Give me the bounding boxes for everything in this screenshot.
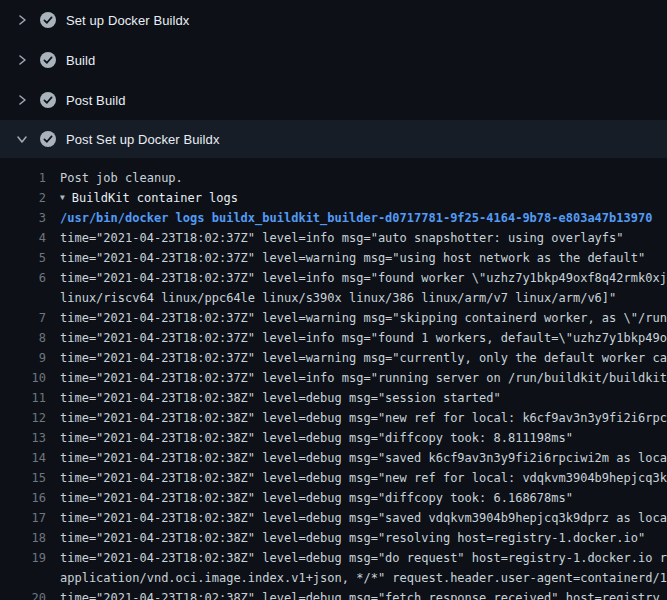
line-text: time="2021-04-23T18:02:38Z" level=debug …	[60, 408, 667, 428]
line-number[interactable]: 13	[0, 428, 46, 448]
log-line: 7 time="2021-04-23T18:02:37Z" level=warn…	[0, 308, 667, 328]
log-lines: 1 Post job cleanup. 2 ▼ BuildKit contain…	[0, 158, 667, 600]
line-number[interactable]: 20	[0, 588, 46, 600]
check-circle-icon	[40, 52, 56, 68]
line-number[interactable]: 16	[0, 488, 46, 508]
line-text: time="2021-04-23T18:02:38Z" level=debug …	[60, 528, 667, 548]
line-text: time="2021-04-23T18:02:37Z" level=warnin…	[60, 248, 667, 268]
line-text: /usr/bin/docker logs buildx_buildkit_bui…	[60, 208, 667, 228]
line-number[interactable]: 15	[0, 468, 46, 488]
log-line: 20 time="2021-04-23T18:02:38Z" level=deb…	[0, 588, 667, 600]
step-title: Post Build	[66, 93, 126, 108]
line-number[interactable]: 2	[0, 188, 46, 208]
line-text: time="2021-04-23T18:02:38Z" level=debug …	[60, 488, 667, 508]
line-text: time="2021-04-23T18:02:37Z" level=warnin…	[60, 308, 667, 328]
log-line: application/vnd.oci.image.index.v1+json,…	[0, 568, 667, 588]
step-title: Build	[66, 53, 95, 68]
log-line: 13 time="2021-04-23T18:02:38Z" level=deb…	[0, 428, 667, 448]
log-line: 1 Post job cleanup.	[0, 168, 667, 188]
line-number[interactable]	[0, 568, 46, 588]
line-number[interactable]: 6	[0, 268, 46, 288]
line-number[interactable]: 11	[0, 388, 46, 408]
line-text: time="2021-04-23T18:02:38Z" level=debug …	[60, 468, 667, 488]
line-number[interactable]: 5	[0, 248, 46, 268]
line-number[interactable]: 8	[0, 328, 46, 348]
line-text: time="2021-04-23T18:02:37Z" level=info m…	[60, 368, 667, 388]
line-text: time="2021-04-23T18:02:38Z" level=debug …	[60, 388, 667, 408]
chevron-right-icon[interactable]	[14, 52, 30, 68]
collapse-triangle-icon[interactable]: ▼	[60, 188, 65, 208]
line-number[interactable]	[0, 288, 46, 308]
step-header-build[interactable]: Build	[0, 40, 667, 80]
log-line: linux/riscv64 linux/ppc64le linux/s390x …	[0, 288, 667, 308]
check-circle-icon	[40, 131, 56, 147]
log-line: 9 time="2021-04-23T18:02:37Z" level=warn…	[0, 348, 667, 368]
line-number[interactable]: 7	[0, 308, 46, 328]
line-text: time="2021-04-23T18:02:37Z" level=info m…	[60, 268, 667, 288]
line-text: time="2021-04-23T18:02:38Z" level=debug …	[60, 448, 667, 468]
log-line: 6 time="2021-04-23T18:02:37Z" level=info…	[0, 268, 667, 288]
line-number[interactable]: 1	[0, 168, 46, 188]
log-line: 14 time="2021-04-23T18:02:38Z" level=deb…	[0, 448, 667, 468]
chevron-down-icon[interactable]	[14, 131, 30, 147]
log-line: 2 ▼ BuildKit container logs	[0, 188, 667, 208]
line-number[interactable]: 4	[0, 228, 46, 248]
chevron-right-icon[interactable]	[14, 12, 30, 28]
step-header-post-setup-docker-buildx[interactable]: Post Set up Docker Buildx	[0, 120, 667, 158]
log-line: 17 time="2021-04-23T18:02:38Z" level=deb…	[0, 508, 667, 528]
log-line: 3 /usr/bin/docker logs buildx_buildkit_b…	[0, 208, 667, 228]
line-text: time="2021-04-23T18:02:37Z" level=info m…	[60, 228, 667, 248]
line-number[interactable]: 17	[0, 508, 46, 528]
log-line: 11 time="2021-04-23T18:02:38Z" level=deb…	[0, 388, 667, 408]
log-line: 12 time="2021-04-23T18:02:38Z" level=deb…	[0, 408, 667, 428]
log-line: 16 time="2021-04-23T18:02:38Z" level=deb…	[0, 488, 667, 508]
line-text: linux/riscv64 linux/ppc64le linux/s390x …	[60, 288, 667, 308]
line-text: time="2021-04-23T18:02:38Z" level=debug …	[60, 548, 667, 568]
log-line: 19 time="2021-04-23T18:02:38Z" level=deb…	[0, 548, 667, 568]
log-line: 18 time="2021-04-23T18:02:38Z" level=deb…	[0, 528, 667, 548]
step-title: Set up Docker Buildx	[66, 13, 189, 28]
step-title: Post Set up Docker Buildx	[66, 132, 220, 147]
log-line: 15 time="2021-04-23T18:02:38Z" level=deb…	[0, 468, 667, 488]
chevron-right-icon[interactable]	[14, 92, 30, 108]
line-number[interactable]: 18	[0, 528, 46, 548]
log-line: 4 time="2021-04-23T18:02:37Z" level=info…	[0, 228, 667, 248]
line-number[interactable]: 3	[0, 208, 46, 228]
step-header-post-build[interactable]: Post Build	[0, 80, 667, 120]
line-number[interactable]: 19	[0, 548, 46, 568]
check-circle-icon	[40, 12, 56, 28]
line-text: time="2021-04-23T18:02:37Z" level=info m…	[60, 328, 667, 348]
line-number[interactable]: 14	[0, 448, 46, 468]
line-text: time="2021-04-23T18:02:37Z" level=warnin…	[60, 348, 667, 368]
log-line: 5 time="2021-04-23T18:02:37Z" level=warn…	[0, 248, 667, 268]
line-number[interactable]: 10	[0, 368, 46, 388]
line-text: time="2021-04-23T18:02:38Z" level=debug …	[60, 588, 667, 600]
line-number[interactable]: 9	[0, 348, 46, 368]
log-line: 10 time="2021-04-23T18:02:37Z" level=inf…	[0, 368, 667, 388]
line-text: Post job cleanup.	[60, 168, 667, 188]
line-text: BuildKit container logs	[72, 188, 667, 208]
step-header-setup-docker-buildx[interactable]: Set up Docker Buildx	[0, 0, 667, 40]
line-text: time="2021-04-23T18:02:38Z" level=debug …	[60, 428, 667, 448]
line-text: application/vnd.oci.image.index.v1+json,…	[60, 568, 667, 588]
check-circle-icon	[40, 92, 56, 108]
log-line: 8 time="2021-04-23T18:02:37Z" level=info…	[0, 328, 667, 348]
line-text: time="2021-04-23T18:02:38Z" level=debug …	[60, 508, 667, 528]
line-number[interactable]: 12	[0, 408, 46, 428]
